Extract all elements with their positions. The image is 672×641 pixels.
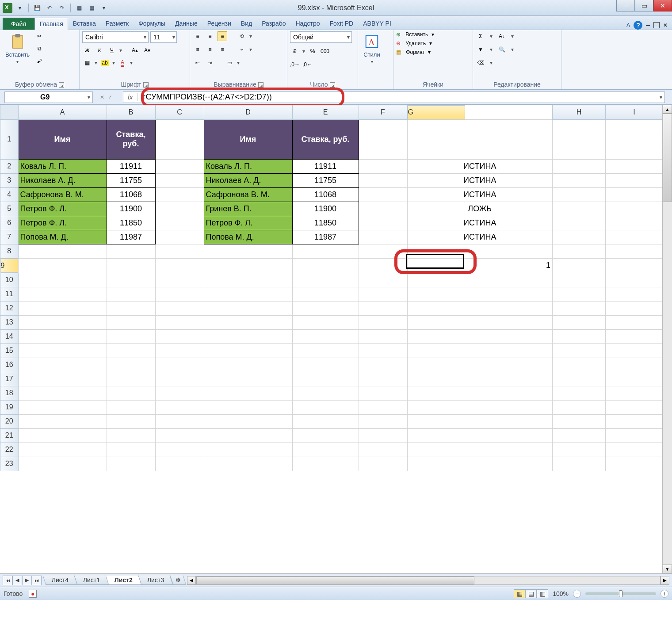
macro-record-icon[interactable]: ● bbox=[29, 590, 37, 598]
cell-C12[interactable] bbox=[155, 301, 204, 315]
cell-G21[interactable] bbox=[407, 428, 553, 443]
cell-E8[interactable] bbox=[292, 244, 359, 258]
cell-E15[interactable] bbox=[292, 343, 359, 358]
cell-H3[interactable] bbox=[553, 173, 606, 187]
cell-I5[interactable] bbox=[606, 202, 663, 216]
cell-H13[interactable] bbox=[553, 315, 606, 329]
cell-B19[interactable] bbox=[107, 400, 155, 414]
cell-E20[interactable] bbox=[292, 414, 359, 428]
row-header-3[interactable]: 3 bbox=[0, 173, 19, 187]
fill-color-icon[interactable]: ab bbox=[100, 58, 110, 68]
row-header-16[interactable]: 16 bbox=[0, 358, 19, 372]
cell-B21[interactable] bbox=[107, 428, 155, 443]
align-top-icon[interactable]: ≡ bbox=[193, 31, 202, 41]
cell-A20[interactable] bbox=[18, 414, 107, 428]
cell-C9[interactable] bbox=[155, 258, 204, 273]
shrink-font-icon[interactable]: A▾ bbox=[142, 46, 152, 55]
cell-G13[interactable] bbox=[407, 315, 553, 329]
cell-H20[interactable] bbox=[553, 414, 606, 428]
name-box[interactable]: ▾ bbox=[4, 92, 93, 103]
workbook-minimize-icon[interactable]: ─ bbox=[646, 22, 650, 28]
cell-F12[interactable] bbox=[359, 301, 407, 315]
cell-B20[interactable] bbox=[107, 414, 155, 428]
page-layout-view-icon[interactable]: ▤ bbox=[525, 589, 537, 598]
cell-I23[interactable] bbox=[606, 457, 663, 471]
cell-D6[interactable]: Петров Ф. Л. bbox=[204, 216, 292, 230]
cell-G6[interactable]: ИСТИНА bbox=[407, 216, 553, 230]
cell-D2[interactable]: Коваль Л. П. bbox=[204, 159, 292, 173]
row-header-4[interactable]: 4 bbox=[0, 187, 19, 202]
cell-D5[interactable]: Гринев В. П. bbox=[204, 202, 292, 216]
cell-E16[interactable] bbox=[292, 358, 359, 372]
col-header-B[interactable]: B bbox=[107, 105, 155, 120]
bold-icon[interactable]: Ж bbox=[82, 46, 92, 55]
cell-C13[interactable] bbox=[155, 315, 204, 329]
cell-A5[interactable]: Петров Ф. Л. bbox=[18, 202, 107, 216]
cell-G23[interactable] bbox=[407, 457, 553, 471]
row-header-14[interactable]: 14 bbox=[0, 329, 19, 343]
orientation-icon[interactable]: ⟲ bbox=[237, 31, 247, 41]
sheet-nav-next[interactable]: ▶ bbox=[22, 576, 32, 585]
cell-H21[interactable] bbox=[553, 428, 606, 443]
close-button[interactable]: ✕ bbox=[653, 0, 672, 11]
cell-H2[interactable] bbox=[553, 159, 606, 173]
decrease-indent-icon[interactable]: ⇤ bbox=[193, 58, 202, 68]
cell-D11[interactable] bbox=[204, 287, 292, 301]
font-color-icon[interactable]: A bbox=[118, 58, 127, 68]
cell-G12[interactable] bbox=[407, 301, 553, 315]
cell-C14[interactable] bbox=[155, 329, 204, 343]
enter-formula-icon[interactable]: ✓ bbox=[108, 94, 112, 100]
cell-C11[interactable] bbox=[155, 287, 204, 301]
cell-A12[interactable] bbox=[18, 301, 107, 315]
ribbon-tab-вставка[interactable]: Вставка bbox=[68, 17, 101, 30]
select-all-corner[interactable] bbox=[0, 105, 19, 120]
comma-icon[interactable]: 000 bbox=[320, 46, 330, 56]
cell-G14[interactable] bbox=[407, 329, 553, 343]
cell-E21[interactable] bbox=[292, 428, 359, 443]
cell-H23[interactable] bbox=[553, 457, 606, 471]
cancel-formula-icon[interactable]: ✕ bbox=[100, 94, 104, 100]
ribbon-tab-разрабо[interactable]: Разрабо bbox=[257, 17, 290, 30]
cell-C5[interactable] bbox=[155, 202, 204, 216]
col-header-I[interactable]: I bbox=[606, 105, 663, 120]
cell-F18[interactable] bbox=[359, 386, 407, 400]
cell-H18[interactable] bbox=[553, 386, 606, 400]
cell-A2[interactable]: Коваль Л. П. bbox=[18, 159, 107, 173]
cell-H8[interactable] bbox=[553, 244, 606, 258]
cell-C1[interactable] bbox=[155, 119, 204, 159]
cell-B2[interactable]: 11911 bbox=[107, 159, 155, 173]
cell-I10[interactable] bbox=[606, 273, 663, 287]
cell-D23[interactable] bbox=[204, 457, 292, 471]
maximize-button[interactable]: ▭ bbox=[635, 0, 653, 11]
cell-A7[interactable]: Попова М. Д. bbox=[18, 230, 107, 244]
cell-D9[interactable] bbox=[204, 258, 292, 273]
formula-expand-icon[interactable]: ▾ bbox=[657, 94, 664, 100]
cell-A4[interactable]: Сафронова В. М. bbox=[18, 187, 107, 202]
cell-C3[interactable] bbox=[155, 173, 204, 187]
cell-G11[interactable] bbox=[407, 287, 553, 301]
cell-C2[interactable] bbox=[155, 159, 204, 173]
sheet-tab-Лист3[interactable]: Лист3 bbox=[138, 576, 173, 585]
cell-B18[interactable] bbox=[107, 386, 155, 400]
col-header-D[interactable]: D bbox=[204, 105, 292, 120]
cell-F7[interactable] bbox=[359, 230, 407, 244]
redo-icon[interactable]: ↷ bbox=[57, 3, 67, 13]
qat-table2-icon[interactable]: ▦ bbox=[87, 3, 96, 13]
help-icon[interactable]: ? bbox=[634, 21, 642, 30]
cell-H12[interactable] bbox=[553, 301, 606, 315]
sort-filter-icon[interactable]: A↓ bbox=[497, 31, 507, 41]
col-header-A[interactable]: A bbox=[18, 105, 107, 120]
cell-B10[interactable] bbox=[107, 273, 155, 287]
cell-F17[interactable] bbox=[359, 372, 407, 386]
formula-bar[interactable]: fx ▾ bbox=[123, 92, 665, 103]
cell-I18[interactable] bbox=[606, 386, 663, 400]
cell-B23[interactable] bbox=[107, 457, 155, 471]
cell-A14[interactable] bbox=[18, 329, 107, 343]
cell-G7[interactable]: ИСТИНА bbox=[407, 230, 553, 244]
cell-F5[interactable] bbox=[359, 202, 407, 216]
cell-E22[interactable] bbox=[292, 443, 359, 457]
horizontal-scrollbar[interactable]: ◀ ▶ bbox=[187, 576, 669, 585]
cell-C19[interactable] bbox=[155, 400, 204, 414]
format-painter-icon[interactable]: 🖌 bbox=[34, 56, 44, 66]
cell-G4[interactable]: ИСТИНА bbox=[407, 187, 553, 202]
